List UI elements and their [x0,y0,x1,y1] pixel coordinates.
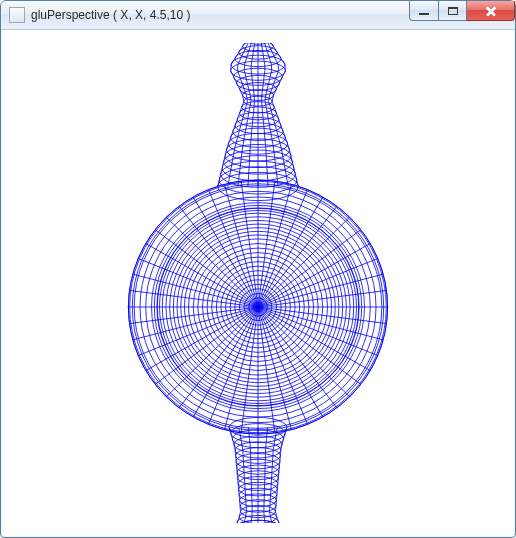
app-icon [9,7,25,23]
teapot-wireframe [18,43,498,523]
maximize-button[interactable] [439,1,467,21]
svg-line-77 [258,217,350,307]
minimize-icon [419,13,429,15]
titlebar[interactable]: gluPerspective ( X, X, 4.5,10 ) [1,1,515,30]
opengl-viewport [9,37,507,529]
close-button[interactable] [467,1,515,21]
minimize-button[interactable] [409,1,439,21]
svg-line-41 [258,307,350,397]
app-window: gluPerspective ( X, X, 4.5,10 ) [0,0,516,538]
window-title: gluPerspective ( X, X, 4.5,10 ) [31,8,190,22]
svg-line-53 [166,307,258,397]
close-icon [484,4,498,18]
svg-line-65 [166,217,258,307]
maximize-icon [448,7,458,15]
client-area [9,37,507,529]
window-controls [409,1,515,21]
